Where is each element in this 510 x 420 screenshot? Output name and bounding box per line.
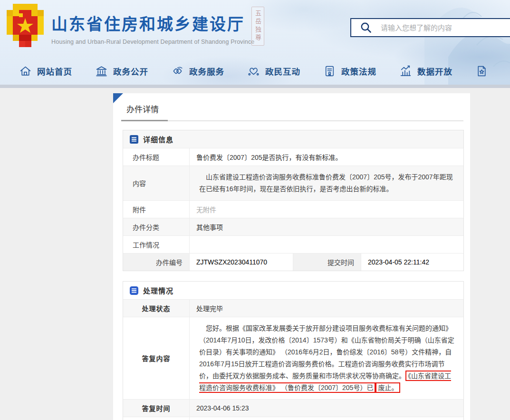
row-label: 处理状态: [123, 300, 190, 317]
submit-time-value: 2023-04-05 22:11:42: [361, 254, 463, 271]
detail-info-header-row: 详细信息: [123, 130, 463, 148]
nav-label: 政策法规: [341, 65, 376, 77]
row-value: [190, 236, 463, 253]
process-header-row: 处理情况: [123, 282, 463, 299]
table-row: 工作情况: [123, 235, 463, 253]
case-number-value: ZJTWSZX20230411070: [190, 254, 293, 271]
nav-item-policies[interactable]: 政策法规: [323, 65, 376, 78]
site-header: 山东省住房和城乡建设厅 Housing and Urban-Rural Deve…: [0, 0, 510, 85]
table-row: 答复内容 您好。根据《国家改革发展委关于放开部分建设项目服务收费标准有关问题的通…: [123, 317, 463, 399]
search-box: [350, 18, 510, 37]
row-label: 附 件: [123, 417, 190, 420]
nav-item-public-interaction[interactable]: 政民互动: [247, 65, 300, 78]
nav-item-home[interactable]: 网站首页: [19, 65, 72, 78]
highlighted-reply-text: 废止。: [375, 382, 400, 393]
site-title: 山东省住房和城乡建设厅: [51, 11, 255, 35]
home-icon: [19, 65, 32, 78]
data-chart-icon: [399, 65, 412, 78]
page-area: 办件详情 详细信息 办件标题 鲁价费发〔2007〕205是否执行，有没有新标准。…: [0, 88, 510, 420]
row-label: 答复内容: [123, 317, 190, 399]
table-row: 附件 无附件: [123, 200, 463, 218]
title-accent-bar: [121, 120, 168, 121]
nav-label: 政民互动: [265, 65, 300, 77]
table-row: 处理状态 处理完毕: [123, 299, 463, 317]
page-title-block: 办件详情: [113, 93, 470, 121]
detail-info-table: 详细信息 办件标题 鲁价费发〔2007〕205是否执行，有没有新标准。 内容 山…: [123, 130, 464, 271]
site-identity: 山东省住房和城乡建设厅 Housing and Urban-Rural Deve…: [51, 11, 255, 45]
reply-time-value: 2023-04-06 15:23: [190, 400, 463, 417]
table-row-meta: 办件编号 ZJTWSZX20230411070 提交时间 2023-04-05 …: [123, 253, 463, 271]
row-label: 答复时间: [123, 400, 190, 417]
row-value: 鲁价费发〔2007〕205是否执行，有没有新标准。: [190, 148, 463, 166]
row-value: 山东省建设工程造价咨询服务收费标准鲁价费发〔2007〕205号，发布于2007年…: [190, 166, 463, 200]
attachment-value: 无附件: [190, 417, 463, 420]
process-table: 处理情况 处理状态 处理完毕 答复内容 您好。根据《国家改革发展委关于放开部分建…: [123, 281, 464, 420]
table-row: 办件分类 其他事项: [123, 218, 463, 235]
row-value: 无附件: [190, 201, 463, 218]
government-building-icon: [95, 65, 108, 78]
document-lines-icon: [130, 286, 138, 295]
nav-item-gov-disclosure[interactable]: 政务公开: [95, 65, 148, 78]
nav-item-more-partial[interactable]: [475, 65, 493, 78]
content-card: 办件详情 详细信息 办件标题 鲁价费发〔2007〕205是否执行，有没有新标准。…: [113, 93, 470, 420]
nav-item-open-data[interactable]: 数据开放: [399, 65, 452, 78]
row-label: 办件分类: [123, 218, 190, 235]
row-value: 其他事项: [190, 218, 463, 235]
seal-decoration: 五岳独尊: [251, 7, 264, 46]
policy-document-icon: [323, 65, 336, 78]
table-row: 内容 山东省建设工程造价咨询服务收费标准鲁价费发〔2007〕205号，发布于20…: [123, 166, 463, 200]
national-emblem-logo[interactable]: [7, 4, 45, 48]
row-label: 工作情况: [123, 236, 190, 253]
star-document-icon: [475, 65, 488, 78]
site-subtitle-english: Housing and Urban-Rural Development Depa…: [51, 39, 255, 45]
status-value: 处理完毕: [190, 300, 463, 317]
nav-item-gov-services[interactable]: 政务服务: [171, 65, 224, 78]
search-icon[interactable]: [360, 21, 372, 34]
table-row: 附 件 无附件: [123, 417, 463, 420]
row-label: 内容: [123, 166, 190, 200]
main-nav: 网站首页 政务公开 政务服务: [0, 57, 510, 85]
nav-label: 政务服务: [189, 65, 224, 77]
row-label: 办件标题: [123, 148, 190, 166]
header-divider-strip: [0, 85, 510, 88]
section-title: 处理情况: [143, 285, 173, 295]
nav-label: 网站首页: [37, 65, 72, 77]
row-label: 提交时间: [293, 254, 361, 271]
page-title: 办件详情: [121, 103, 463, 120]
row-label: 附件: [123, 201, 190, 218]
nav-label: 政务公开: [113, 65, 148, 77]
handshake-icon: [171, 65, 184, 78]
nav-label: 数据开放: [417, 65, 452, 77]
table-row: 答复时间 2023-04-06 15:23: [123, 399, 463, 417]
reply-content: 您好。根据《国家改革发展委关于放开部分建设项目服务收费标准有关问题的通知》 （2…: [190, 317, 463, 399]
document-lines-icon: [130, 135, 138, 144]
section-title: 详细信息: [143, 134, 173, 144]
title-underline: [121, 120, 463, 121]
table-row: 办件标题 鲁价费发〔2007〕205是否执行，有没有新标准。: [123, 148, 463, 166]
row-label: 办件编号: [123, 254, 190, 271]
heart-hands-icon: [247, 65, 260, 78]
search-input[interactable]: [381, 24, 510, 32]
